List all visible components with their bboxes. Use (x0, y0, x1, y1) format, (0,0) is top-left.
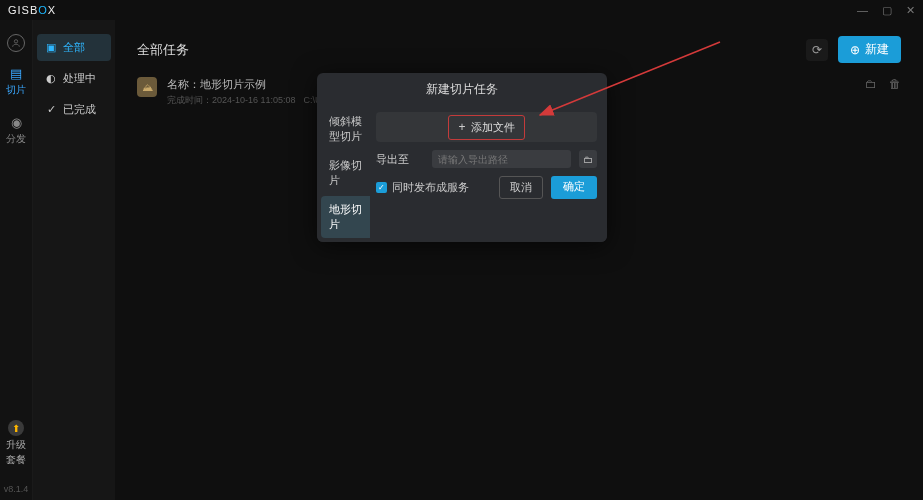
modal-nav: 倾斜模型切片 影像切片 地形切片 (317, 104, 370, 242)
slice-icon: ▤ (10, 66, 22, 81)
titlebar: GISBOX — ▢ ✕ (0, 0, 923, 20)
plus-icon: + (458, 120, 465, 134)
avatar[interactable] (7, 34, 25, 52)
upgrade-label-1: 升级 (6, 439, 26, 451)
new-task-button[interactable]: ⊕ 新建 (838, 36, 901, 63)
logo-text-2: X (48, 4, 56, 16)
modal-body: 倾斜模型切片 影像切片 地形切片 + 添加文件 导出至 🗀 ✓ 同时发布成服务 (317, 104, 607, 242)
new-button-label: 新建 (865, 41, 889, 58)
rail-item-slice[interactable]: ▤ 切片 (0, 62, 32, 101)
task-row-actions: 🗀 🗑 (865, 77, 901, 91)
modal-footer: ✓ 同时发布成服务 取消 确定 (376, 176, 597, 199)
maximize-button[interactable]: ▢ (882, 4, 892, 17)
logo-text: GISB (8, 4, 38, 16)
version-text: v8.1.4 (4, 484, 29, 494)
modal-nav-oblique[interactable]: 倾斜模型切片 (321, 108, 370, 150)
sidebar: ▣ 全部 ◐ 处理中 ✓ 已完成 (33, 20, 115, 500)
window-controls: — ▢ ✕ (857, 4, 915, 17)
sidebar-item-label: 处理中 (63, 71, 96, 86)
sidebar-item-label: 已完成 (63, 102, 96, 117)
rail-item-label: 切片 (6, 83, 26, 97)
publish-checkbox-label: 同时发布成服务 (392, 180, 469, 195)
done-icon: ✓ (45, 103, 57, 116)
minimize-button[interactable]: — (857, 4, 868, 17)
sidebar-item-done[interactable]: ✓ 已完成 (37, 96, 111, 123)
modal-nav-imagery[interactable]: 影像切片 (321, 152, 370, 194)
upgrade-icon[interactable]: ⬆ (8, 420, 24, 436)
rail-item-label: 分发 (6, 132, 26, 146)
header-actions: ⟳ ⊕ 新建 (806, 36, 901, 63)
modal-nav-terrain[interactable]: 地形切片 (321, 196, 370, 238)
processing-icon: ◐ (45, 72, 57, 85)
user-icon (11, 38, 21, 48)
svg-point-0 (14, 40, 17, 43)
content-header: 全部任务 ⟳ ⊕ 新建 (137, 36, 901, 63)
confirm-button[interactable]: 确定 (551, 176, 597, 199)
task-name-value: 地形切片示例 (200, 78, 266, 90)
rail-bottom: ⬆ 升级 套餐 (6, 420, 26, 466)
plus-icon: ⊕ (850, 43, 860, 57)
modal-main: + 添加文件 导出至 🗀 ✓ 同时发布成服务 取消 确定 (370, 104, 607, 242)
upgrade-label-2: 套餐 (6, 454, 26, 466)
task-time: 完成时间：2024-10-16 11:05:08 (167, 94, 296, 107)
sidebar-item-all[interactable]: ▣ 全部 (37, 34, 111, 61)
open-folder-button[interactable]: 🗀 (865, 77, 877, 91)
export-path-input[interactable] (432, 150, 571, 168)
modal-actions: 取消 确定 (499, 176, 597, 199)
browse-button[interactable]: 🗀 (579, 150, 597, 168)
close-button[interactable]: ✕ (906, 4, 915, 17)
task-thumbnail: ⛰ (137, 77, 157, 97)
export-row: 导出至 🗀 (376, 150, 597, 168)
page-title: 全部任务 (137, 41, 189, 59)
file-dropzone[interactable]: + 添加文件 (376, 112, 597, 142)
new-task-modal: 新建切片任务 倾斜模型切片 影像切片 地形切片 + 添加文件 导出至 🗀 ✓ (317, 73, 607, 242)
publish-checkbox-row: ✓ 同时发布成服务 (376, 180, 469, 195)
cancel-button[interactable]: 取消 (499, 176, 543, 199)
left-rail: ▤ 切片 ◉ 分发 ⬆ 升级 套餐 v8.1.4 (0, 20, 33, 500)
delete-button[interactable]: 🗑 (889, 77, 901, 91)
logo-accent: O (38, 4, 48, 16)
sidebar-item-label: 全部 (63, 40, 85, 55)
distribute-icon: ◉ (11, 115, 22, 130)
modal-title: 新建切片任务 (317, 73, 607, 104)
rail-item-distribute[interactable]: ◉ 分发 (0, 111, 32, 150)
all-icon: ▣ (45, 41, 57, 54)
export-label: 导出至 (376, 152, 424, 167)
refresh-button[interactable]: ⟳ (806, 39, 828, 61)
publish-checkbox[interactable]: ✓ (376, 182, 387, 193)
task-name-prefix: 名称： (167, 78, 200, 90)
app-logo: GISBOX (8, 4, 56, 16)
add-file-button[interactable]: + 添加文件 (448, 115, 524, 140)
sidebar-item-processing[interactable]: ◐ 处理中 (37, 65, 111, 92)
add-file-label: 添加文件 (471, 120, 515, 135)
